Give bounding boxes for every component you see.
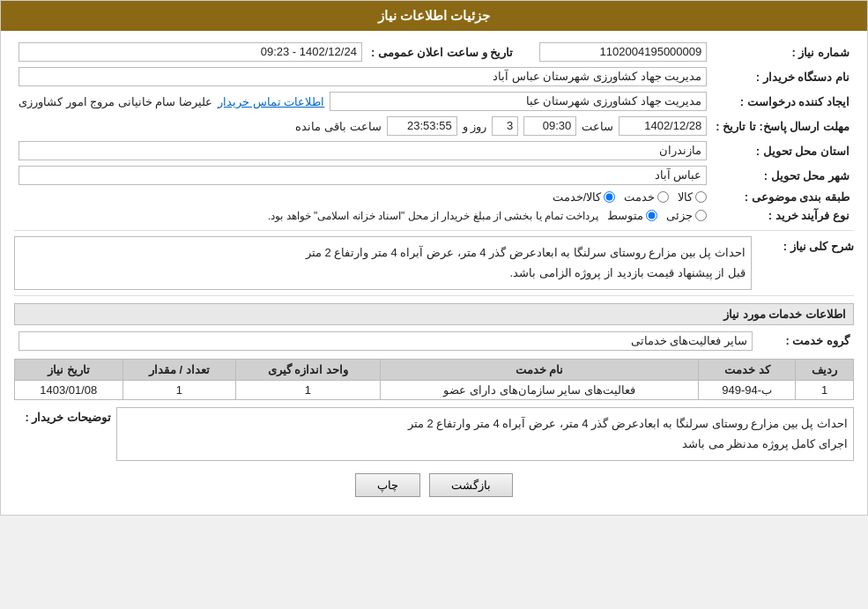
- response-remaining: 23:53:55: [387, 116, 457, 136]
- purchase-option-jozyi[interactable]: جزئی: [666, 209, 707, 222]
- buyer-label: نام دستگاه خریدار :: [711, 64, 854, 89]
- cell-count: 1: [122, 380, 235, 399]
- description-line2: قبل از پیشنهاد قیمت بازدید از پروژه الزا…: [509, 266, 746, 279]
- remaining-label: ساعت باقی مانده: [295, 120, 381, 133]
- category-label: طبقه بندی موضوعی :: [711, 188, 854, 206]
- cell-code: ب-94-949: [699, 380, 796, 399]
- services-section-label: اطلاعات خدمات مورد نیاز: [14, 303, 854, 325]
- province-label: استان محل تحویل :: [711, 138, 854, 163]
- response-time: 09:30: [523, 116, 576, 136]
- service-group-label: گروه خدمت :: [757, 329, 854, 353]
- category-option-khedmat[interactable]: خدمت: [624, 190, 669, 204]
- button-row: بازگشت چاپ: [14, 473, 854, 497]
- contact-name: علیرضا سام خانیانی مروج امور کشاورزی: [19, 95, 212, 108]
- services-table: ردیف کد خدمت نام خدمت واحد اندازه گیری ت…: [14, 359, 854, 400]
- announcement-value: 1402/12/24 - 09:23: [19, 42, 362, 62]
- creator-value: مدیریت جهاد کشاورزی شهرستان عبا: [330, 92, 707, 111]
- cell-date: 1403/01/08: [15, 380, 123, 399]
- city-value: عباس آباد: [19, 166, 707, 185]
- cell-row: 1: [796, 380, 854, 399]
- page-header: جزئیات اطلاعات نیاز: [1, 1, 867, 31]
- service-group-value: سایر فعالیت‌های خدماتی: [19, 331, 753, 351]
- col-header-unit: واحد اندازه گیری: [236, 359, 381, 380]
- buyer-notes-line2: اجرای کامل پروژه مدنظر می باشد: [682, 437, 848, 450]
- need-number-value: 1102004195000009: [539, 42, 707, 62]
- response-date: 1402/12/28: [619, 116, 707, 136]
- purchase-type-label: نوع فرآیند خرید :: [711, 206, 854, 225]
- col-header-date: تاریخ نیاز: [15, 359, 123, 380]
- purchase-option-motevaset[interactable]: متوسط: [607, 209, 657, 222]
- city-label: شهر محل تحویل :: [711, 163, 854, 188]
- col-header-name: نام خدمت: [380, 359, 699, 380]
- category-option-kala-khedmat[interactable]: کالا/خدمت: [553, 190, 616, 204]
- description-line1: احداث پل بین مزارع روستای سرلنگا به ابعا…: [306, 246, 746, 259]
- cell-unit: 1: [236, 380, 381, 399]
- day-label: روز و: [463, 120, 487, 133]
- category-option-kala[interactable]: کالا: [678, 190, 707, 204]
- buyer-notes-box: احداث پل بین مزارع روستای سرلنگا به ابعا…: [116, 407, 854, 461]
- province-value: مازندران: [19, 141, 707, 160]
- need-number-label: شماره نیاز :: [711, 40, 854, 64]
- cell-name: فعالیت‌های سایر سازمان‌های دارای عضو: [380, 380, 699, 399]
- category-options: کالا خدمت کالا/خدمت: [19, 190, 707, 204]
- print-button[interactable]: چاپ: [355, 473, 420, 497]
- buyer-notes-line1: احداث پل بین مزارع روستای سرلنگا به ابعا…: [408, 417, 848, 430]
- col-header-count: تعداد / مقدار: [122, 359, 235, 380]
- buyer-value: مدیریت جهاد کشاورزی شهرستان عباس آباد: [19, 67, 707, 86]
- creator-label: ایجاد کننده درخواست :: [711, 89, 854, 114]
- col-header-row: ردیف: [796, 359, 854, 380]
- hour-label: ساعت: [582, 120, 613, 133]
- description-label: شرح کلی نیاز :: [757, 236, 854, 290]
- contact-link[interactable]: اطلاعات تماس خریدار: [218, 95, 324, 108]
- col-header-code: کد خدمت: [699, 359, 796, 380]
- purchase-note: پرداخت تمام یا بخشی از مبلغ خریدار از مح…: [268, 210, 598, 222]
- announcement-label: تاریخ و ساعت اعلان عمومی :: [367, 40, 517, 64]
- buyer-notes-label: توضیحات خریدار :: [14, 407, 111, 461]
- table-row: 1ب-94-949فعالیت‌های سایر سازمان‌های دارا…: [15, 380, 854, 399]
- deadline-label: مهلت ارسال پاسخ: تا تاریخ :: [711, 114, 854, 138]
- description-box: احداث پل بین مزارع روستای سرلنگا به ابعا…: [14, 236, 752, 290]
- page-title: جزئیات اطلاعات نیاز: [378, 8, 490, 23]
- back-button[interactable]: بازگشت: [429, 473, 513, 497]
- response-days: 3: [492, 116, 518, 136]
